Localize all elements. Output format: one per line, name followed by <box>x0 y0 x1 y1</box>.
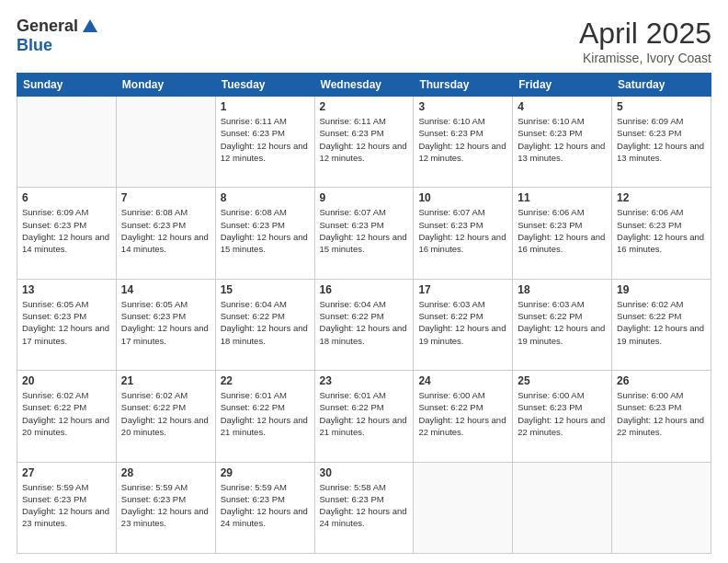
day-info: Sunrise: 6:11 AM Sunset: 6:23 PM Dayligh… <box>221 115 310 164</box>
day-number: 9 <box>320 191 409 204</box>
calendar-cell: 23Sunrise: 6:01 AM Sunset: 6:22 PM Dayli… <box>314 371 414 462</box>
calendar-cell <box>17 97 117 188</box>
day-number: 30 <box>320 466 409 479</box>
day-number: 18 <box>518 283 607 296</box>
svg-marker-0 <box>83 19 97 32</box>
logo: General Blue <box>17 17 99 55</box>
day-number: 20 <box>22 374 111 387</box>
day-number: 5 <box>617 100 706 113</box>
day-info: Sunrise: 6:05 AM Sunset: 6:23 PM Dayligh… <box>121 298 210 347</box>
calendar: Sunday Monday Tuesday Wednesday Thursday… <box>17 73 711 554</box>
day-info: Sunrise: 6:02 AM Sunset: 6:22 PM Dayligh… <box>617 298 706 347</box>
calendar-week-4: 27Sunrise: 5:59 AM Sunset: 6:23 PM Dayli… <box>17 462 711 553</box>
calendar-cell <box>513 462 612 553</box>
header-friday: Friday <box>513 74 612 97</box>
calendar-cell: 19Sunrise: 6:02 AM Sunset: 6:22 PM Dayli… <box>612 279 711 370</box>
day-info: Sunrise: 6:06 AM Sunset: 6:23 PM Dayligh… <box>518 206 607 255</box>
day-number: 13 <box>22 283 111 296</box>
day-info: Sunrise: 5:59 AM Sunset: 6:23 PM Dayligh… <box>221 481 310 530</box>
day-info: Sunrise: 6:08 AM Sunset: 6:23 PM Dayligh… <box>221 206 310 255</box>
header-tuesday: Tuesday <box>215 74 314 97</box>
header-thursday: Thursday <box>414 74 513 97</box>
calendar-cell: 20Sunrise: 6:02 AM Sunset: 6:22 PM Dayli… <box>17 371 117 462</box>
calendar-cell: 21Sunrise: 6:02 AM Sunset: 6:22 PM Dayli… <box>116 371 215 462</box>
location: Kiramisse, Ivory Coast <box>579 51 711 65</box>
calendar-week-3: 20Sunrise: 6:02 AM Sunset: 6:22 PM Dayli… <box>17 371 711 462</box>
day-number: 3 <box>418 100 507 113</box>
day-info: Sunrise: 6:00 AM Sunset: 6:23 PM Dayligh… <box>518 389 607 438</box>
calendar-cell: 14Sunrise: 6:05 AM Sunset: 6:23 PM Dayli… <box>116 279 215 370</box>
day-info: Sunrise: 6:11 AM Sunset: 6:23 PM Dayligh… <box>320 115 409 164</box>
day-number: 8 <box>221 191 310 204</box>
day-number: 10 <box>418 191 507 204</box>
calendar-cell: 12Sunrise: 6:06 AM Sunset: 6:23 PM Dayli… <box>612 188 711 279</box>
day-info: Sunrise: 6:08 AM Sunset: 6:23 PM Dayligh… <box>121 206 210 255</box>
header-sunday: Sunday <box>17 74 117 97</box>
day-info: Sunrise: 6:02 AM Sunset: 6:22 PM Dayligh… <box>121 389 210 438</box>
day-info: Sunrise: 6:05 AM Sunset: 6:23 PM Dayligh… <box>22 298 111 347</box>
month-title: April 2025 <box>579 17 711 51</box>
day-info: Sunrise: 5:59 AM Sunset: 6:23 PM Dayligh… <box>22 481 111 530</box>
day-info: Sunrise: 6:03 AM Sunset: 6:22 PM Dayligh… <box>518 298 607 347</box>
day-info: Sunrise: 6:06 AM Sunset: 6:23 PM Dayligh… <box>617 206 706 255</box>
day-number: 15 <box>221 283 310 296</box>
day-number: 25 <box>518 374 607 387</box>
calendar-cell: 18Sunrise: 6:03 AM Sunset: 6:22 PM Dayli… <box>513 279 612 370</box>
day-number: 28 <box>121 466 210 479</box>
calendar-week-1: 6Sunrise: 6:09 AM Sunset: 6:23 PM Daylig… <box>17 188 711 279</box>
logo-general-text: General <box>17 17 78 36</box>
day-info: Sunrise: 6:01 AM Sunset: 6:22 PM Dayligh… <box>320 389 409 438</box>
calendar-cell: 6Sunrise: 6:09 AM Sunset: 6:23 PM Daylig… <box>17 188 117 279</box>
calendar-cell: 30Sunrise: 5:58 AM Sunset: 6:23 PM Dayli… <box>314 462 414 553</box>
day-number: 22 <box>221 374 310 387</box>
day-info: Sunrise: 6:07 AM Sunset: 6:23 PM Dayligh… <box>418 206 507 255</box>
day-number: 1 <box>221 100 310 113</box>
day-info: Sunrise: 6:09 AM Sunset: 6:23 PM Dayligh… <box>617 115 706 164</box>
calendar-cell: 10Sunrise: 6:07 AM Sunset: 6:23 PM Dayli… <box>414 188 513 279</box>
calendar-cell: 11Sunrise: 6:06 AM Sunset: 6:23 PM Dayli… <box>513 188 612 279</box>
calendar-cell: 25Sunrise: 6:00 AM Sunset: 6:23 PM Dayli… <box>513 371 612 462</box>
calendar-cell: 24Sunrise: 6:00 AM Sunset: 6:22 PM Dayli… <box>414 371 513 462</box>
day-info: Sunrise: 6:03 AM Sunset: 6:22 PM Dayligh… <box>418 298 507 347</box>
calendar-cell: 8Sunrise: 6:08 AM Sunset: 6:23 PM Daylig… <box>215 188 314 279</box>
day-number: 27 <box>22 466 111 479</box>
calendar-week-0: 1Sunrise: 6:11 AM Sunset: 6:23 PM Daylig… <box>17 97 711 188</box>
day-info: Sunrise: 6:02 AM Sunset: 6:22 PM Dayligh… <box>22 389 111 438</box>
day-number: 12 <box>617 191 706 204</box>
day-info: Sunrise: 6:10 AM Sunset: 6:23 PM Dayligh… <box>518 115 607 164</box>
logo-blue-text: Blue <box>17 36 52 54</box>
calendar-cell <box>612 462 711 553</box>
day-number: 19 <box>617 283 706 296</box>
day-number: 17 <box>418 283 507 296</box>
day-info: Sunrise: 6:01 AM Sunset: 6:22 PM Dayligh… <box>221 389 310 438</box>
calendar-cell: 4Sunrise: 6:10 AM Sunset: 6:23 PM Daylig… <box>513 97 612 188</box>
title-section: April 2025 Kiramisse, Ivory Coast <box>579 17 711 65</box>
calendar-cell: 27Sunrise: 5:59 AM Sunset: 6:23 PM Dayli… <box>17 462 117 553</box>
day-info: Sunrise: 6:07 AM Sunset: 6:23 PM Dayligh… <box>320 206 409 255</box>
calendar-cell: 16Sunrise: 6:04 AM Sunset: 6:22 PM Dayli… <box>314 279 414 370</box>
header-monday: Monday <box>116 74 215 97</box>
calendar-cell: 17Sunrise: 6:03 AM Sunset: 6:22 PM Dayli… <box>414 279 513 370</box>
day-info: Sunrise: 6:00 AM Sunset: 6:23 PM Dayligh… <box>617 389 706 438</box>
calendar-cell: 9Sunrise: 6:07 AM Sunset: 6:23 PM Daylig… <box>314 188 414 279</box>
calendar-cell: 22Sunrise: 6:01 AM Sunset: 6:22 PM Dayli… <box>215 371 314 462</box>
day-number: 23 <box>320 374 409 387</box>
calendar-week-2: 13Sunrise: 6:05 AM Sunset: 6:23 PM Dayli… <box>17 279 711 370</box>
day-number: 16 <box>320 283 409 296</box>
calendar-cell: 2Sunrise: 6:11 AM Sunset: 6:23 PM Daylig… <box>314 97 414 188</box>
day-number: 6 <box>22 191 111 204</box>
day-info: Sunrise: 6:04 AM Sunset: 6:22 PM Dayligh… <box>320 298 409 347</box>
weekday-header-row: Sunday Monday Tuesday Wednesday Thursday… <box>17 74 711 97</box>
day-number: 24 <box>418 374 507 387</box>
calendar-cell: 7Sunrise: 6:08 AM Sunset: 6:23 PM Daylig… <box>116 188 215 279</box>
calendar-cell: 15Sunrise: 6:04 AM Sunset: 6:22 PM Dayli… <box>215 279 314 370</box>
calendar-cell: 3Sunrise: 6:10 AM Sunset: 6:23 PM Daylig… <box>414 97 513 188</box>
header-wednesday: Wednesday <box>314 74 414 97</box>
day-info: Sunrise: 6:00 AM Sunset: 6:22 PM Dayligh… <box>418 389 507 438</box>
day-info: Sunrise: 6:09 AM Sunset: 6:23 PM Dayligh… <box>22 206 111 255</box>
calendar-cell: 26Sunrise: 6:00 AM Sunset: 6:23 PM Dayli… <box>612 371 711 462</box>
day-info: Sunrise: 5:59 AM Sunset: 6:23 PM Dayligh… <box>121 481 210 530</box>
day-info: Sunrise: 6:04 AM Sunset: 6:22 PM Dayligh… <box>221 298 310 347</box>
calendar-cell <box>414 462 513 553</box>
day-number: 29 <box>221 466 310 479</box>
